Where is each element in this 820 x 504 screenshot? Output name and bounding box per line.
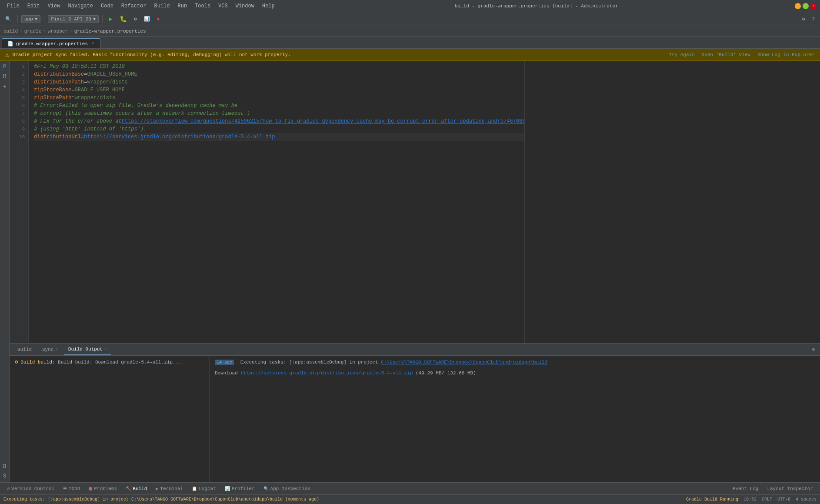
device-dropdown-icon: ▼ <box>93 17 96 22</box>
code-key-4: zipStoreBase <box>34 86 71 94</box>
menu-edit[interactable]: Edit <box>24 2 43 10</box>
bottom-right-panel: 14 sec Executing tasks: [:app:assembleDe… <box>210 356 820 482</box>
bottom-tab-build[interactable]: Build <box>13 344 36 355</box>
maximize-button[interactable]: □ <box>803 3 809 9</box>
menu-vcs[interactable]: VCS <box>215 2 231 10</box>
editor-main: 1 2 3 4 5 6 7 8 9 10 #Fri May 03 10:58:1… <box>10 61 820 343</box>
bottom-settings-btn[interactable]: ⚙ <box>810 346 817 353</box>
footer-tab-logcat-label: Logcat <box>199 486 216 491</box>
code-eq-3: = <box>84 78 87 86</box>
footer-tab-inspection-label: App Inspection <box>270 486 310 491</box>
open-build-view-link[interactable]: Open 'Build' View <box>702 52 750 57</box>
tab-icon: 📄 <box>7 41 13 47</box>
breadcrumb-bar: build › gradle › wrapper › gradle-wrappe… <box>0 26 820 37</box>
status-position: 10:52 <box>743 497 757 502</box>
breadcrumb-wrapper[interactable]: wrapper <box>48 29 68 34</box>
debug-button[interactable]: 🐛 <box>117 14 130 24</box>
sidebar-build-variants-icon[interactable]: B <box>0 462 9 471</box>
footer-tab-terminal[interactable]: ▶ Terminal <box>152 483 187 494</box>
code-text-6: # Error:Failed to open zip file. Gradle'… <box>34 102 237 110</box>
menu-run[interactable]: Run <box>174 2 190 10</box>
error-dot <box>89 487 92 491</box>
footer-tab-app-inspection[interactable]: 🔍 App Inspection <box>260 483 314 494</box>
menu-window[interactable]: Window <box>232 2 258 10</box>
menu-navigate[interactable]: Navigate <box>64 2 97 10</box>
status-encoding: CRLF <box>762 497 772 502</box>
menu-file[interactable]: File <box>3 2 23 10</box>
sidebar-resource-icon[interactable]: R <box>0 72 9 81</box>
code-url-8[interactable]: https://stackoverflow.com/questions/4259… <box>122 117 524 125</box>
settings-button[interactable]: ⚙ <box>800 15 808 23</box>
footer-tab-vc-label: Version Control <box>11 486 54 491</box>
profile-button[interactable]: 📊 <box>141 15 153 23</box>
tab-close-button[interactable]: × <box>90 41 95 46</box>
minimize-button[interactable]: − <box>795 3 801 9</box>
code-text-9: # (using 'http' instead of 'https'). <box>34 125 147 133</box>
device-selector[interactable]: Pixel 2 API 28 ▼ <box>48 15 99 23</box>
footer-tab-layout-inspector[interactable]: Layout Inspector <box>763 483 817 494</box>
breadcrumb-build[interactable]: build <box>3 29 18 34</box>
seconds-badge: 14 sec <box>215 360 234 365</box>
footer-tab-todo[interactable]: ☰ TODO <box>60 483 83 494</box>
device-selector-label: Pixel 2 API 28 <box>51 17 91 22</box>
bottom-tab-build-output[interactable]: Build Output × <box>64 344 111 355</box>
menu-refactor[interactable]: Refactor <box>118 2 150 10</box>
content-area: P R ★ B S 1 2 3 4 5 6 7 8 9 10 <box>0 61 820 482</box>
breadcrumb-sep-3: › <box>70 29 73 34</box>
sidebar-project-icon[interactable]: P <box>0 63 9 71</box>
sidebar-favorites-icon[interactable]: ★ <box>0 82 9 90</box>
code-text-8a: # Fix for the error above at <box>34 117 122 125</box>
footer-tab-build-label: Build <box>133 486 147 491</box>
breadcrumb-sep-1: › <box>20 29 23 34</box>
app-selector[interactable]: app ▼ <box>21 15 40 23</box>
code-eq-5: = <box>71 94 74 102</box>
bottom-tabs-right: ⚙ <box>810 346 817 353</box>
footer-tab-profiler[interactable]: 📊 Profiler <box>221 483 258 494</box>
help-button[interactable]: ? <box>809 15 817 23</box>
footer-tab-build[interactable]: 🔨 Build <box>122 483 150 494</box>
bottom-tab-output-close[interactable]: × <box>104 347 107 351</box>
warning-bar: ⚠ Gradle project sync failed. Basic func… <box>0 49 820 61</box>
menu-build[interactable]: Build <box>150 2 173 10</box>
show-log-link[interactable]: Show Log in Explorer <box>757 52 815 57</box>
breadcrumb-file[interactable]: gradle-wrapper.properties <box>74 29 146 34</box>
bottom-tab-sync[interactable]: Sync × <box>38 344 62 355</box>
code-url-10[interactable]: https\://services.gradle.org/distributio… <box>84 133 275 141</box>
bottom-tab-sync-close[interactable]: × <box>55 347 57 352</box>
close-button[interactable]: × <box>810 3 817 9</box>
footer-tab-event-log[interactable]: Event Log <box>729 483 762 494</box>
footer-tabs: ⊙ Version Control ☰ TODO Problems 🔨 Buil… <box>0 482 820 494</box>
code-eq-10: = <box>81 133 84 141</box>
menu-bar: File Edit View Navigate Code Refactor Bu… <box>3 2 278 10</box>
menu-tools[interactable]: Tools <box>191 2 214 10</box>
line-num-7: 7 <box>10 110 25 117</box>
menu-help[interactable]: Help <box>259 2 278 10</box>
menu-view[interactable]: View <box>44 2 64 10</box>
status-encoding-type: UTF-8 <box>777 497 790 502</box>
bottom-left-panel: ⚙ Build build: Build build: Download gra… <box>10 356 210 482</box>
run-button[interactable]: ▶ <box>106 14 115 24</box>
footer-tab-problems-label: Problems <box>94 486 117 491</box>
tab-gradle-wrapper[interactable]: 📄 gradle-wrapper.properties × <box>2 38 100 48</box>
code-line-7: # corrupt (this sometimes occurs after a… <box>34 110 524 117</box>
code-val-3: wrapper/dists <box>87 78 128 86</box>
sidebar-structure-icon[interactable]: S <box>0 472 9 481</box>
app-dropdown-icon: ▼ <box>35 17 38 22</box>
footer-tab-problems[interactable]: Problems <box>85 483 120 494</box>
try-again-link[interactable]: Try Again <box>669 52 694 57</box>
menu-code[interactable]: Code <box>97 2 117 10</box>
bottom-tab-sync-label: Sync <box>42 347 53 352</box>
footer-tab-version-control[interactable]: ⊙ Version Control <box>3 483 58 494</box>
project-path-link[interactable]: C:\Users\TANGO_SOFTWARE\Dropbox\CuponClu… <box>381 360 547 365</box>
build-item-icon: ⚙ <box>15 359 18 365</box>
breadcrumb-gradle[interactable]: gradle <box>24 29 42 34</box>
stop-button[interactable]: ■ <box>154 15 163 23</box>
line-num-5: 5 <box>10 94 25 102</box>
code-area[interactable]: #Fri May 03 10:58:11 CST 2019 distributi… <box>29 61 524 343</box>
download-url-link[interactable]: https://services.gradle.org/distribution… <box>240 370 413 376</box>
toolbar-search[interactable]: 🔍 <box>3 15 14 23</box>
coverage-button[interactable]: ⚙ <box>131 15 140 23</box>
status-bar: Executing tasks: [:app:assembleDebug] in… <box>0 494 820 504</box>
footer-tab-logcat[interactable]: 📋 Logcat <box>188 483 220 494</box>
code-text-7: # corrupt (this sometimes occurs after a… <box>34 110 250 117</box>
